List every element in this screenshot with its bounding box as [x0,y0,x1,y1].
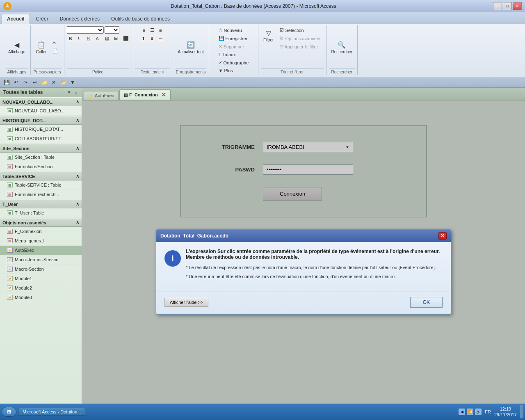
coller-button[interactable]: 📋 Coller [33,38,50,56]
show-desktop-button[interactable] [520,405,523,418]
bg-color-button[interactable]: ⬛ [121,34,129,42]
maximize-button[interactable]: □ [503,2,512,10]
qa-more-button[interactable]: ▼ [68,78,77,87]
dialog-info-icon: i [164,250,181,267]
copier-button[interactable]: 📄 [50,47,62,55]
tab-creer[interactable]: Créer [31,14,54,24]
sidebar-item-formulaire-section[interactable]: ▤ Formulaire/Section [0,162,82,171]
font-color-button[interactable]: A [94,34,102,42]
qa-undo2-button[interactable]: ↩ [31,78,39,87]
underline-button[interactable]: S [85,34,93,42]
police-buttons: B I S A ▨ ⊞ ⬛ [67,26,129,68]
sidebar-item-module2[interactable]: M Module2 [0,283,82,293]
options-avancees-button[interactable]: ⚙ Options avancées [278,34,323,42]
font-family-select[interactable] [67,26,104,34]
macro-icon: ⚡ [7,266,13,272]
affichage-label: Affichage [8,50,25,54]
sidebar-group-nouveau-collabo[interactable]: NOUVEAU_COLLABO... ∧ [0,98,82,106]
increase-indent-button[interactable]: ⬆ [139,35,147,43]
window-controls: − □ ✕ [493,2,522,10]
network-icon: 📶 [467,409,473,415]
sidebar-item-collaborateur[interactable]: ▦ COLLABORATEUR/ET... [0,134,82,144]
sidebar-item-macro-section[interactable]: ⚡ Macro-Section [0,265,82,274]
sidebar-group-historique[interactable]: HISTORIQUE_DOT... ∧ [0,116,82,125]
qa-disk-button[interactable]: 📁 [40,78,48,87]
filtrer-button[interactable]: ▽ Filtrer [261,26,276,50]
close-button[interactable]: ✕ [513,2,522,10]
table-icon: ▦ [7,210,13,216]
italic-button[interactable]: I [76,34,84,42]
sidebar-group-objets[interactable]: Objets non associés ∧ [0,219,82,227]
sidebar-item-historique-dotat[interactable]: ▦ HISTORIQUE_DOTAT... [0,125,82,134]
sidebar-item-module3[interactable]: M Module3 [0,293,82,302]
totaux-button[interactable]: Σ Totaux [217,51,238,58]
sidebar-item-site-section-table[interactable]: ▦ Site_Section : Table [0,153,82,162]
bold-button[interactable]: B [67,34,75,42]
sidebar-item-module1[interactable]: M Module1 [0,274,82,283]
qa-undo-button[interactable]: ↶ [12,78,20,87]
align-left-button[interactable]: ≡ [141,26,147,34]
align-center-button[interactable]: ☰ [148,26,156,34]
couper-button[interactable]: ✂ [50,39,62,47]
borders-button[interactable]: ⊞ [112,34,120,42]
sidebar-group-site-section[interactable]: Site_Section ∧ [0,144,82,153]
rechercher-button[interactable]: 🔍 Rechercher [329,38,355,56]
qa-save-button[interactable]: 💾 [2,78,11,87]
sidebar-item-autoexec[interactable]: ⚡ AutoExec [0,246,82,255]
sidebar-item-t-user[interactable]: ▦ T_User : Table [0,208,82,218]
tab-donnees-externes[interactable]: Données externes [55,14,105,24]
affichage-button[interactable]: ◀ Affichage [6,38,28,56]
enregistrer-button[interactable]: 💾 Enregistrer [217,34,250,42]
sidebar-item-nouveau-collabo[interactable]: ▦ NOUVEAU_COLLABO... [0,106,82,116]
tab-outils-bdd[interactable]: Outils de base de données [106,14,175,24]
main-area: Toutes les tables ▼ « NOUVEAU_COLLABO...… [0,88,525,420]
orthographe-button[interactable]: ✓ Orthographe [217,59,251,66]
form-icon: ▤ [7,163,13,170]
dialog-detail-line2: * Une erreur a peut-être été commise lor… [186,273,443,280]
taskbar-access-item[interactable]: Microsoft Access - Dotation... [18,408,85,416]
dialog-close-button[interactable]: ✕ [438,232,447,240]
sidebar-item-formulaire-recherch[interactable]: ▤ Formulaire-recherch... [0,190,82,199]
selection-button[interactable]: ☑ Sélection [278,26,323,34]
decrease-indent-button[interactable]: ⬇ [148,35,156,43]
trier-filtrer-label: Trier et filtrer [261,68,324,74]
sidebar-item-f-connexion[interactable]: ▤ F_Connexion [0,227,82,236]
font-size-select[interactable] [105,26,119,34]
qa-redo-button[interactable]: ↷ [21,78,30,87]
supprimer-button[interactable]: ✕ Supprimer [217,43,247,50]
appliquer-filtre-button[interactable]: ▽ Appliquer le filtre [278,43,323,50]
qa-close-button[interactable]: ✕ [50,78,58,87]
sidebar-collapse[interactable]: « [73,89,78,95]
form-icon: ▤ [7,237,13,244]
list-button[interactable]: ☰ [157,35,165,43]
tab-accueil[interactable]: Accueil [2,14,30,24]
sidebar-dropdown[interactable]: ▼ [66,89,73,95]
sidebar-item-macro-fermer[interactable]: ⚡ Macro-fermer-Service [0,255,82,265]
start-button[interactable]: ⊞ [2,407,16,417]
sidebar-scroll[interactable]: NOUVEAU_COLLABO... ∧ ▦ NOUVEAU_COLLABO..… [0,97,82,420]
actualiser-buttons: 🔄 Actualiser tout [176,26,206,68]
app-icon: A [3,2,11,10]
plus-button[interactable]: ▼ Plus [217,67,235,74]
align-right-button[interactable]: ≡ [157,26,164,34]
highlight-button[interactable]: ▨ [103,34,111,42]
filtrer-icon: ▽ [264,28,274,38]
error-dialog-overlay: Dotation_Total_Gabon.accdb ✕ i L'express… [82,100,525,420]
sidebar-group-t-user[interactable]: T_User ∧ [0,200,82,208]
actualiser-button[interactable]: 🔄 Actualiser tout [176,38,206,56]
f-connexion-tab-label: F_Connexion [129,92,158,97]
tab-autoexec[interactable]: ⚡ AutoExec [84,91,119,100]
affichages-group-label: Affichages [6,68,28,74]
dialog-ok-button[interactable]: OK [410,297,443,308]
dialog-footer: Afficher l'aide >> OK [156,297,451,314]
tab-close-button[interactable]: ✕ [161,91,166,98]
sidebar-item-table-service[interactable]: ▦ Table-SERVICE : Table [0,180,82,190]
sidebar-group-table-service[interactable]: Table-SERVICE ∧ [0,172,82,180]
tab-f-connexion[interactable]: ▤ F_Connexion ✕ [119,89,171,100]
nouveau-button[interactable]: ☆ Nouveau [217,26,244,34]
minimize-button[interactable]: − [493,2,502,10]
dialog-help-button[interactable]: Afficher l'aide >> [164,298,208,307]
sidebar-item-menu-general[interactable]: ▤ Menu_general [0,236,82,246]
qa-folder-button[interactable]: 📂 [59,78,67,87]
texte-enrichi-buttons: ≡ ☰ ≡ ⬆ ⬇ ☰ [139,26,165,68]
